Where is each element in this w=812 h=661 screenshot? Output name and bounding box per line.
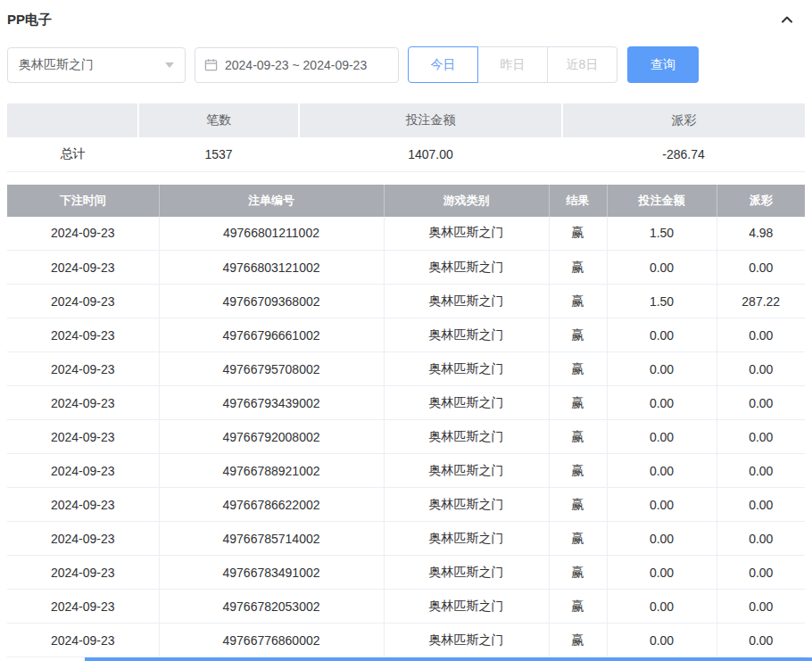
page-title: PP电子 <box>7 12 52 29</box>
cell-bet-amount: 0.00 <box>607 488 717 522</box>
collapse-button[interactable] <box>780 12 794 27</box>
header-payout: 派彩 <box>717 185 805 217</box>
cell-bet-time: 2024-09-23 <box>7 488 159 522</box>
cell-order-id: 49766776860002 <box>159 624 384 657</box>
game-select-value: 奥林匹斯之门 <box>19 57 94 73</box>
cell-game-type: 奥林匹斯之门 <box>384 318 549 352</box>
cell-payout: 0.00 <box>717 488 805 522</box>
cell-order-id: 49766788921002 <box>159 454 384 488</box>
pp-electronic-panel: PP电子 奥林匹斯之门 2024-09-23 ~ 2024-09-23 今日 昨… <box>0 0 812 661</box>
header-bet-amount: 投注金额 <box>607 185 717 217</box>
date-range-value: 2024-09-23 ~ 2024-09-23 <box>225 58 367 72</box>
cell-bet-amount: 0.00 <box>607 454 717 488</box>
game-select[interactable]: 奥林匹斯之门 <box>7 47 186 83</box>
cell-game-type: 奥林匹斯之门 <box>384 217 549 251</box>
cell-bet-time: 2024-09-23 <box>7 285 159 318</box>
summary-header-bet-amount: 投注金额 <box>299 103 562 137</box>
today-button[interactable]: 今日 <box>408 46 478 83</box>
cell-bet-amount: 0.00 <box>607 522 717 556</box>
header-result: 结果 <box>549 185 607 217</box>
cell-payout: 0.00 <box>717 318 805 352</box>
cell-bet-amount: 0.00 <box>607 251 717 285</box>
table-row: 2024-09-2349766709368002奥林匹斯之门赢1.50287.2… <box>7 285 805 318</box>
cell-bet-time: 2024-09-23 <box>7 522 159 556</box>
header-bet-time: 下注时间 <box>7 185 159 217</box>
cell-payout: 0.00 <box>717 522 805 556</box>
cell-result: 赢 <box>549 386 607 420</box>
cell-order-id: 49766796661002 <box>159 318 384 352</box>
cell-order-id: 49766793439002 <box>159 386 384 420</box>
calendar-icon <box>204 58 218 71</box>
summary-total-row: 总计 1537 1407.00 -286.74 <box>7 137 805 171</box>
cell-payout: 0.00 <box>717 624 805 657</box>
cell-result: 赢 <box>549 488 607 522</box>
cell-bet-time: 2024-09-23 <box>7 251 159 285</box>
cell-bet-time: 2024-09-23 <box>7 386 159 420</box>
date-range-input[interactable]: 2024-09-23 ~ 2024-09-23 <box>195 47 399 83</box>
cell-payout: 0.00 <box>717 386 805 420</box>
summary-table: 笔数 投注金额 派彩 总计 1537 1407.00 -286.74 <box>7 103 805 172</box>
summary-total-payout: -286.74 <box>562 137 805 171</box>
cell-bet-time: 2024-09-23 <box>7 624 159 657</box>
cell-payout: 0.00 <box>717 590 805 624</box>
header-game-type: 游戏类别 <box>384 185 549 217</box>
cell-payout: 0.00 <box>717 454 805 488</box>
cell-result: 赢 <box>549 251 607 285</box>
table-row: 2024-09-2349766783491002奥林匹斯之门赢0.000.00 <box>7 556 805 590</box>
cell-game-type: 奥林匹斯之门 <box>384 556 549 590</box>
cell-game-type: 奥林匹斯之门 <box>384 285 549 318</box>
cell-payout: 287.22 <box>717 285 805 318</box>
yesterday-button[interactable]: 昨日 <box>477 46 548 83</box>
search-button[interactable]: 查询 <box>627 46 699 83</box>
cell-game-type: 奥林匹斯之门 <box>384 454 549 488</box>
summary-total-count: 1537 <box>138 137 299 171</box>
cell-result: 赢 <box>549 624 607 657</box>
last-8-days-button[interactable]: 近8日 <box>547 46 617 83</box>
table-row: 2024-09-2349766776860002奥林匹斯之门赢0.000.00 <box>7 624 805 657</box>
filter-bar: 奥林匹斯之门 2024-09-23 ~ 2024-09-23 今日 昨日 近8日… <box>7 46 805 83</box>
cell-result: 赢 <box>549 285 607 318</box>
cell-game-type: 奥林匹斯之门 <box>384 420 549 454</box>
cell-game-type: 奥林匹斯之门 <box>384 590 549 624</box>
cell-game-type: 奥林匹斯之门 <box>384 624 549 657</box>
cell-game-type: 奥林匹斯之门 <box>384 352 549 386</box>
cell-payout: 0.00 <box>717 556 805 590</box>
summary-header-row: 笔数 投注金额 派彩 <box>7 103 805 137</box>
cell-result: 赢 <box>549 352 607 386</box>
cell-order-id: 49766801211002 <box>159 217 384 251</box>
cell-order-id: 49766786622002 <box>159 488 384 522</box>
cell-bet-amount: 0.00 <box>607 420 717 454</box>
cell-payout: 0.00 <box>717 251 805 285</box>
cell-bet-time: 2024-09-23 <box>7 352 159 386</box>
panel-header: PP电子 <box>7 7 805 32</box>
cell-game-type: 奥林匹斯之门 <box>384 522 549 556</box>
quick-date-button-group: 今日 昨日 近8日 <box>408 46 617 83</box>
cell-bet-time: 2024-09-23 <box>7 217 159 251</box>
records-tbody: 2024-09-2349766801211002奥林匹斯之门赢1.504.982… <box>7 217 805 657</box>
table-row: 2024-09-2349766786622002奥林匹斯之门赢0.000.00 <box>7 488 805 522</box>
table-row: 2024-09-2349766792008002奥林匹斯之门赢0.000.00 <box>7 420 805 454</box>
cell-bet-time: 2024-09-23 <box>7 420 159 454</box>
table-row: 2024-09-2349766795708002奥林匹斯之门赢0.000.00 <box>7 352 805 386</box>
cell-bet-time: 2024-09-23 <box>7 454 159 488</box>
cell-order-id: 49766783491002 <box>159 556 384 590</box>
cell-result: 赢 <box>549 318 607 352</box>
cell-payout: 0.00 <box>717 352 805 386</box>
chevron-down-icon <box>165 62 174 68</box>
horizontal-scrollbar[interactable] <box>85 657 812 661</box>
cell-result: 赢 <box>549 454 607 488</box>
cell-order-id: 49766782053002 <box>159 590 384 624</box>
table-row: 2024-09-2349766803121002奥林匹斯之门赢0.000.00 <box>7 251 805 285</box>
table-row: 2024-09-2349766788921002奥林匹斯之门赢0.000.00 <box>7 454 805 488</box>
summary-header-payout: 派彩 <box>562 103 805 137</box>
cell-game-type: 奥林匹斯之门 <box>384 386 549 420</box>
summary-header-empty <box>7 103 138 137</box>
records-table: 下注时间 注单编号 游戏类别 结果 投注金额 派彩 2024-09-234976… <box>7 185 805 658</box>
cell-result: 赢 <box>549 556 607 590</box>
cell-bet-amount: 0.00 <box>607 318 717 352</box>
cell-order-id: 49766792008002 <box>159 420 384 454</box>
cell-bet-time: 2024-09-23 <box>7 318 159 352</box>
header-order-id: 注单编号 <box>159 185 384 217</box>
cell-result: 赢 <box>549 420 607 454</box>
table-row: 2024-09-2349766796661002奥林匹斯之门赢0.000.00 <box>7 318 805 352</box>
